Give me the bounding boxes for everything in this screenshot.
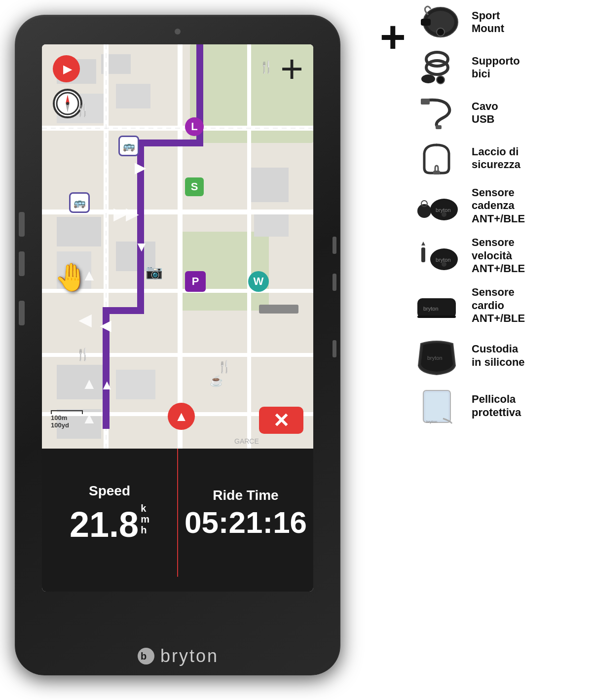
sensore-cardio-row: bryton Sensore cardio ANT+/BLE [409, 286, 587, 325]
side-buttons-right [333, 237, 336, 357]
svg-point-36 [66, 102, 69, 105]
supporto-bici-label: Supporto bici [472, 55, 520, 81]
sport-mount-section: + Sport Mount [409, 5, 587, 39]
sensore-cardio-image: bryton [409, 288, 464, 323]
svg-text:▶: ▶ [135, 160, 147, 175]
bryton-logo-area: b bryton [15, 646, 340, 666]
close-button[interactable]: ✕ [259, 407, 303, 434]
bryton-brand: bryton [160, 646, 219, 666]
restaurant-icon-3: 🍴 [75, 348, 90, 361]
sport-mount-image [409, 5, 464, 39]
ridetime-value: 05:21:16 [185, 507, 307, 538]
svg-point-42 [437, 28, 444, 36]
svg-text:bryton: bryton [423, 306, 439, 312]
l-waypoint: L [185, 117, 204, 136]
route-arrow-left: ◀ [79, 311, 91, 329]
svg-rect-62 [417, 315, 456, 318]
bryton-logo-icon: b [137, 647, 155, 665]
zoom-in-button[interactable]: + [280, 49, 303, 89]
svg-rect-65 [425, 392, 448, 420]
ridetime-label: Ride Time [213, 488, 278, 503]
restaurant-icon-2: 🍴 [75, 104, 90, 117]
pellicola-label: Pellicola protettiva [472, 393, 521, 419]
play-button[interactable]: ▶ [53, 55, 80, 82]
svg-text:bryton: bryton [436, 207, 451, 213]
sensore-cardio-svg: bryton [413, 288, 460, 323]
p-parking: P [185, 271, 206, 292]
pellicola-svg: bryton [413, 386, 460, 426]
svg-point-46 [437, 76, 444, 84]
stats-row: Speed 21.8 k m h Ride Time 05:21:16 [42, 449, 313, 577]
speed-value: 21.8 [70, 507, 139, 542]
ridetime-block: Ride Time 05:21:16 [178, 449, 313, 577]
laccio-label: Laccio di sicurezza [472, 145, 520, 172]
speed-block: Speed 21.8 k m h [42, 449, 178, 577]
speed-value-row: 21.8 k m h [70, 503, 149, 542]
sport-mount-label: Sport Mount [472, 9, 504, 35]
device-camera [175, 29, 181, 35]
accessories-panel: + Sport Mount [409, 5, 587, 437]
svg-marker-56 [421, 242, 425, 245]
svg-text:bryton: bryton [427, 355, 443, 361]
svg-text:b: b [141, 651, 147, 662]
right-button-2[interactable] [333, 274, 336, 291]
sensore-velocita-image: bryton [409, 239, 464, 273]
sensore-cadenza-label: Sensore cadenza ANT+/BLE [472, 186, 525, 225]
right-button-1[interactable] [333, 237, 336, 254]
svg-rect-7 [249, 168, 289, 202]
svg-rect-9 [57, 217, 101, 246]
sensore-cadenza-image: bryton [409, 189, 464, 223]
svg-point-45 [421, 74, 435, 83]
svg-text:▲: ▲ [100, 377, 114, 392]
device-screen: ▶ ▼ ◀ ▲ GARCE ▶ [42, 44, 313, 592]
supporto-bici-image [409, 50, 464, 85]
route-arrow-up-3: ▲ [81, 409, 97, 427]
restaurant-icon-1: 🍴 [259, 60, 274, 74]
laccio-image [409, 141, 464, 175]
supporto-bici-svg [413, 50, 460, 85]
cavo-usb-image [409, 96, 464, 130]
speed-unit: k m h [141, 503, 149, 535]
route-arrow-up-2: ▲ [81, 375, 97, 393]
route-arrow-up: ▲ [81, 266, 97, 284]
svg-text:bryton: bryton [436, 257, 451, 263]
laccio-row: Laccio di sicurezza [409, 141, 587, 175]
cavo-usb-svg [413, 96, 460, 130]
svg-rect-48 [436, 125, 442, 129]
power-button[interactable] [19, 212, 25, 237]
custodia-svg: bryton [413, 336, 460, 376]
svg-point-59 [442, 262, 446, 267]
lap-button[interactable] [19, 301, 25, 325]
camera-icon: 📷 [146, 264, 163, 280]
sensore-velocita-row: bryton Sensore velocità ANT+/BLE [409, 236, 587, 275]
stats-area: Speed 21.8 k m h Ride Time 05:21:16 [42, 449, 313, 592]
svg-rect-6 [116, 84, 150, 108]
svg-text:bryton: bryton [426, 420, 437, 424]
sensore-velocita-label: Sensore velocità ANT+/BLE [472, 236, 525, 275]
right-button-3[interactable] [333, 340, 336, 357]
sensore-velocita-svg: bryton [413, 239, 460, 273]
device-container: ▶ ▼ ◀ ▲ GARCE ▶ [15, 15, 350, 680]
supporto-bici-row: Supporto bici [409, 50, 587, 85]
pellicola-image: bryton [409, 386, 464, 426]
svg-point-54 [442, 212, 446, 217]
bus-stop-icon-1: 🚌 [118, 136, 139, 156]
custodia-row: bryton Custodia in silicone [409, 336, 587, 376]
sensore-cadenza-svg: bryton [413, 189, 460, 223]
speed-label: Speed [89, 483, 130, 499]
map-scale: 100m 100yd [51, 410, 83, 429]
svg-text:GARCE: GARCE [234, 437, 259, 445]
svg-rect-41 [421, 19, 431, 26]
custodia-image: bryton [409, 336, 464, 376]
map-area[interactable]: ▶ ▼ ◀ ▲ GARCE ▶ [42, 44, 313, 449]
cavo-usb-label: Cavo USB [472, 100, 498, 126]
svg-rect-49 [433, 171, 440, 175]
sport-mount-svg [413, 5, 460, 39]
svg-rect-8 [254, 212, 289, 237]
w-waypoint: W [248, 271, 269, 292]
navigate-arrow[interactable]: ▲ [168, 403, 195, 430]
back-button[interactable] [19, 251, 25, 276]
zoom-out-button[interactable] [259, 305, 298, 314]
laccio-svg [413, 141, 460, 175]
sensore-cardio-label: Sensore cardio ANT+/BLE [472, 286, 525, 325]
